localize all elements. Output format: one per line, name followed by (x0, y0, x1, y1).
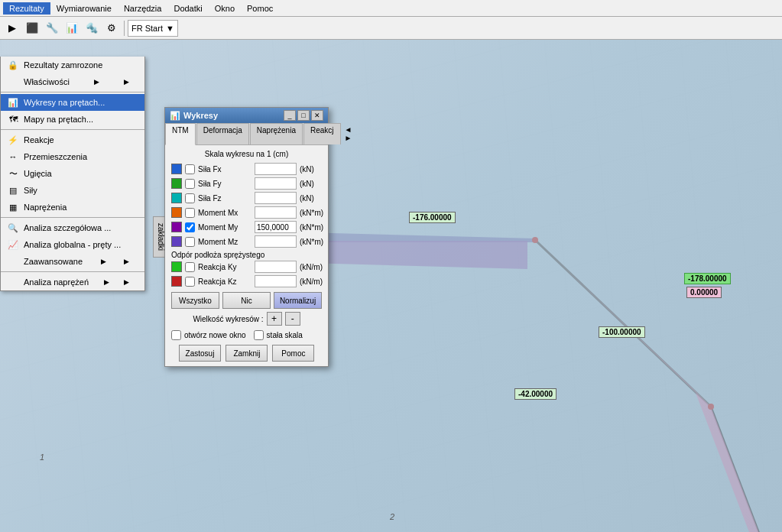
color-fy (171, 178, 182, 189)
check-new-window-label[interactable]: otwórz nowe okno (171, 330, 246, 340)
check-fx[interactable] (185, 164, 195, 174)
menu-item-sily[interactable]: ▤ Siły (1, 182, 144, 199)
menu-rezultaty[interactable]: Rezultaty (3, 2, 50, 15)
menu-item-rezultaty-zamrozone[interactable]: 🔒 Rezultaty zamrozone (1, 57, 144, 73)
arrow-icon-2: ▶ (101, 258, 106, 265)
dialog-close-btn[interactable]: ✕ (311, 110, 323, 121)
label-mx: Moment Mx (198, 209, 251, 217)
menu-item-naprezenia[interactable]: ▦ Naprężenia (1, 199, 144, 216)
menu-item-wykresy-na-pretach[interactable]: 📊 Wykresy na prętach... (1, 94, 144, 111)
color-kz (171, 276, 182, 287)
toolbar-dropdown[interactable]: FR Start ▼ (128, 20, 178, 37)
node-number-2: 2 (390, 512, 394, 521)
menu-item-przemieszczenia[interactable]: ↔ Przemieszczenia (1, 148, 144, 165)
unit-ky: (kN/m) (300, 263, 324, 271)
menu-item-zaawansowane[interactable]: Zaawansowane ▶ (1, 253, 144, 270)
label-kz: Reakcja Kz (198, 277, 251, 286)
btn-nic[interactable]: Nic (222, 292, 271, 309)
tab-ntm[interactable]: NTM (165, 123, 196, 145)
size-row: Wielkość wykresów : + - (171, 312, 322, 326)
check-mx[interactable] (185, 208, 195, 218)
label-0: 0.00000 (686, 287, 722, 298)
label-fz: Siła Fz (198, 194, 251, 203)
toolbar-btn-4[interactable]: 📊 (63, 19, 81, 37)
label-176: -176.00000 (409, 212, 456, 223)
toolbar-btn-2[interactable]: ⬛ (23, 19, 41, 37)
dialog-titlebar: 📊 Wykresy _ □ ✕ (165, 108, 328, 123)
color-fz (171, 193, 182, 203)
btn-size-minus[interactable]: - (285, 312, 300, 326)
btn-wszystko[interactable]: Wszystko (171, 292, 219, 309)
check-fy[interactable] (185, 179, 195, 189)
menu-item-wlasciwosci[interactable]: Właściwości ▶ (1, 73, 144, 90)
sep4 (1, 271, 144, 272)
main-buttons-row: Wszystko Nic Normalizuj (171, 292, 322, 309)
check-fz[interactable] (185, 193, 195, 203)
force-row-fy: Siła Fy (kN) (171, 177, 322, 190)
input-my[interactable] (255, 221, 297, 233)
menu-item-reakcje[interactable]: ⚡ Reakcje (1, 131, 144, 148)
input-fz[interactable] (255, 192, 297, 204)
menu-item-ugiecia[interactable]: 〜 Ugięcia (1, 165, 144, 182)
btn-pomoc[interactable]: Pomoc (272, 345, 314, 362)
map-icon: 🗺 (7, 114, 19, 125)
color-mz (171, 236, 182, 247)
btn-size-plus[interactable]: + (267, 312, 282, 326)
menu-pomoc[interactable]: Pomoc (241, 2, 279, 15)
force-icon: ▤ (7, 185, 19, 196)
input-fy[interactable] (255, 177, 297, 190)
menu-okno[interactable]: Okno (209, 2, 241, 15)
menu-item-mapy-na-pretach[interactable]: 🗺 Mapy na prętach... (1, 111, 144, 128)
menu-item-analiza-naprezen[interactable]: Analiza naprężeń ▶ (1, 274, 144, 290)
force-row-fz: Siła Fz (kN) (171, 192, 322, 204)
check-new-window[interactable] (171, 330, 181, 340)
label-ky: Reakcja Ky (198, 263, 251, 271)
force-row-ky: Reakcja Ky (kN/m) (171, 261, 322, 273)
force-row-my: Moment My (kN*m) (171, 221, 322, 233)
color-mx (171, 207, 182, 218)
color-ky (171, 261, 182, 272)
check-mz[interactable] (185, 237, 195, 247)
input-fx[interactable] (255, 163, 297, 175)
menu-item-analiza-globalna[interactable]: 📈 Analiza globalna - pręty ... (1, 236, 144, 253)
dialog-minimize-btn[interactable]: _ (284, 110, 296, 121)
check-fixed-scale-label[interactable]: stała skala (254, 330, 303, 340)
input-mz[interactable] (255, 235, 297, 248)
svg-point-7 (532, 237, 538, 243)
color-fx (171, 164, 182, 174)
rezultaty-dropdown-menu: 🔒 Rezultaty zamrozone Właściwości ▶ 📊 Wy… (0, 57, 145, 291)
toolbar-btn-5[interactable]: 🔩 (83, 19, 101, 37)
force-row-fx: Siła Fx (kN) (171, 163, 322, 175)
stress-icon: ▦ (7, 202, 19, 212)
force-row-mx: Moment Mx (kN*m) (171, 206, 322, 219)
toolbar-btn-1[interactable]: ▶ (3, 19, 21, 37)
check-ky[interactable] (185, 262, 195, 272)
stress2-icon (7, 277, 19, 287)
tab-more[interactable]: ◄ ► (342, 123, 355, 144)
input-kz[interactable] (255, 275, 297, 287)
unit-fy: (kN) (300, 180, 324, 188)
check-my[interactable] (185, 222, 195, 232)
tab-reakcj[interactable]: Reakcj (303, 123, 341, 144)
menu-narzedzia[interactable]: Narzędzia (118, 2, 168, 15)
btn-zamknij[interactable]: Zamknij (226, 345, 268, 362)
svg-point-8 (708, 404, 714, 410)
tab-naprezenia[interactable]: Naprężenia (250, 123, 303, 144)
color-my (171, 222, 182, 232)
toolbar-btn-3[interactable]: 🔧 (43, 19, 61, 37)
tab-deformacja[interactable]: Deformacja (196, 123, 249, 144)
input-mx[interactable] (255, 206, 297, 219)
btn-normalizuj[interactable]: Normalizuj (274, 292, 322, 309)
menu-item-analiza-szczegolowa[interactable]: 🔍 Analiza szczegółowa ... (1, 219, 144, 236)
check-fixed-scale[interactable] (254, 330, 264, 340)
menu-wymiarowanie[interactable]: Wymiarowanie (50, 2, 118, 15)
dialog-maximize-btn[interactable]: □ (297, 110, 310, 121)
unit-my: (kN*m) (300, 223, 324, 232)
check-kz[interactable] (185, 277, 195, 287)
menu-dodatki[interactable]: Dodatki (167, 2, 208, 15)
toolbar-btn-6[interactable]: ⚙ (102, 19, 121, 37)
dialog-title: Wykresy (183, 111, 218, 120)
input-ky[interactable] (255, 261, 297, 273)
btn-zastosuj[interactable]: Zastosuj (179, 345, 222, 362)
sep1 (1, 92, 144, 92)
